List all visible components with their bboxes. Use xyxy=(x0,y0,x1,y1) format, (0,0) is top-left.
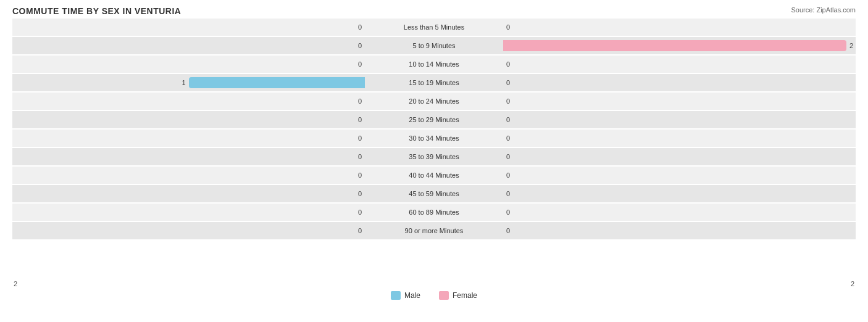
male-value: 0 xyxy=(356,134,362,142)
row-label: 60 to 89 Minutes xyxy=(366,208,502,216)
female-side: 0 xyxy=(502,222,856,239)
male-side: 0 xyxy=(12,148,366,165)
female-bar xyxy=(503,40,846,51)
female-value: 0 xyxy=(506,190,512,197)
female-side: 0 xyxy=(502,93,856,110)
male-value: 0 xyxy=(356,171,362,179)
female-value: 0 xyxy=(506,97,512,105)
table-row: 1 15 to 19 Minutes 0 xyxy=(12,74,856,91)
male-side: 0 xyxy=(12,204,366,221)
female-side: 0 xyxy=(502,111,856,128)
male-side: 0 xyxy=(12,185,366,202)
male-value: 0 xyxy=(356,116,362,123)
legend-female: Female xyxy=(439,291,477,300)
female-value: 0 xyxy=(506,23,512,31)
table-row: 0 90 or more Minutes 0 xyxy=(12,222,856,239)
table-row: 0 45 to 59 Minutes 0 xyxy=(12,185,856,202)
row-label: 15 to 19 Minutes xyxy=(366,79,502,86)
male-side: 0 xyxy=(12,56,366,73)
row-label: 35 to 39 Minutes xyxy=(366,153,502,160)
row-label: 20 to 24 Minutes xyxy=(366,97,502,105)
male-value: 0 xyxy=(356,227,362,234)
male-side: 0 xyxy=(12,130,366,147)
row-label: 10 to 14 Minutes xyxy=(366,60,502,68)
female-side: 0 xyxy=(502,130,856,147)
table-row: 0 5 to 9 Minutes 2 xyxy=(12,37,856,54)
row-label: 90 or more Minutes xyxy=(366,227,502,234)
table-row: 0 Less than 5 Minutes 0 xyxy=(12,19,856,36)
female-side: 0 xyxy=(502,185,856,202)
female-color-box xyxy=(439,291,449,300)
legend-male: Male xyxy=(391,291,420,300)
male-side: 0 xyxy=(12,93,366,110)
male-color-box xyxy=(391,291,401,300)
table-row: 0 40 to 44 Minutes 0 xyxy=(12,167,856,184)
male-side: 0 xyxy=(12,37,366,54)
table-row: 0 60 to 89 Minutes 0 xyxy=(12,204,856,221)
male-side: 1 xyxy=(12,74,366,91)
female-value: 0 xyxy=(506,227,512,234)
female-side: 0 xyxy=(502,148,856,165)
female-label: Female xyxy=(453,291,477,300)
female-side: 0 xyxy=(502,19,856,36)
female-side: 0 xyxy=(502,204,856,221)
female-value: 0 xyxy=(506,116,512,123)
male-value: 0 xyxy=(356,42,362,49)
male-value: 0 xyxy=(356,60,362,68)
female-side: 0 xyxy=(502,74,856,91)
row-label: 40 to 44 Minutes xyxy=(366,171,502,179)
chart-title: COMMUTE TIME BY SEX IN VENTURIA xyxy=(12,6,856,16)
row-label: 30 to 34 Minutes xyxy=(366,134,502,142)
table-row: 0 35 to 39 Minutes 0 xyxy=(12,148,856,165)
bars-container: 0 Less than 5 Minutes 0 0 5 to 9 Minutes… xyxy=(12,19,856,279)
male-side: 0 xyxy=(12,111,366,128)
male-value: 0 xyxy=(356,153,362,160)
male-value: 0 xyxy=(356,190,362,197)
table-row: 0 25 to 29 Minutes 0 xyxy=(12,111,856,128)
female-value: 2 xyxy=(849,42,856,49)
male-value: 0 xyxy=(356,23,362,31)
row-label: 45 to 59 Minutes xyxy=(366,190,502,197)
table-row: 0 20 to 24 Minutes 0 xyxy=(12,93,856,110)
table-row: 0 30 to 34 Minutes 0 xyxy=(12,130,856,147)
female-side: 2 xyxy=(502,37,856,54)
male-value: 0 xyxy=(356,97,362,105)
male-value: 0 xyxy=(356,208,362,216)
table-row: 0 10 to 14 Minutes 0 xyxy=(12,56,856,73)
male-label: Male xyxy=(404,291,420,300)
female-value: 0 xyxy=(506,171,512,179)
female-side: 0 xyxy=(502,56,856,73)
axis-left: 2 xyxy=(14,280,17,287)
male-side: 0 xyxy=(12,19,366,36)
male-side: 0 xyxy=(12,222,366,239)
axis-right: 2 xyxy=(851,280,854,287)
row-label: 5 to 9 Minutes xyxy=(366,42,502,49)
legend: Male Female xyxy=(12,291,856,300)
row-label: Less than 5 Minutes xyxy=(366,23,502,31)
male-value: 1 xyxy=(180,79,186,86)
female-value: 0 xyxy=(506,208,512,216)
chart-container: COMMUTE TIME BY SEX IN VENTURIA Source: … xyxy=(0,0,868,322)
female-value: 0 xyxy=(506,79,512,86)
row-label: 25 to 29 Minutes xyxy=(366,116,502,123)
source-text: Source: ZipAtlas.com xyxy=(791,6,856,14)
female-side: 0 xyxy=(502,167,856,184)
male-side: 0 xyxy=(12,167,366,184)
female-value: 0 xyxy=(506,153,512,160)
female-value: 0 xyxy=(506,60,512,68)
male-bar xyxy=(189,77,365,88)
female-value: 0 xyxy=(506,134,512,142)
